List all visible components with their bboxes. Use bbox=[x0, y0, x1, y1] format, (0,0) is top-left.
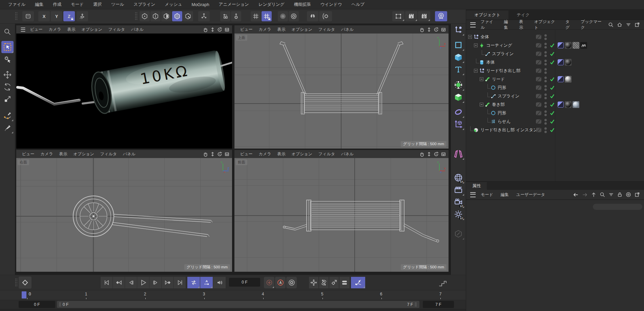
edit-toggle[interactable] bbox=[536, 111, 541, 115]
visibility-dots[interactable] bbox=[544, 119, 547, 121]
phong-tag[interactable] bbox=[558, 76, 564, 82]
viewport-menu-item[interactable]: パネル bbox=[338, 27, 357, 32]
om-menu-item[interactable]: タグ bbox=[562, 19, 577, 30]
tab-attributes[interactable]: 属性 bbox=[466, 182, 487, 190]
enabled-check[interactable] bbox=[549, 43, 555, 48]
toolbar-grip[interactable] bbox=[15, 12, 18, 21]
object-row[interactable]: リード引き出し部 bbox=[466, 66, 644, 75]
right-view[interactable]: 右面 グリッド間隔 : 500 mm Y Z X bbox=[16, 158, 232, 272]
ruler-number[interactable]: 6 bbox=[380, 292, 382, 296]
menubar-item[interactable]: MoGraph bbox=[187, 2, 214, 7]
popout-icon[interactable] bbox=[635, 192, 640, 197]
menubar-item[interactable]: 機能拡張 bbox=[289, 2, 316, 7]
record-button[interactable] bbox=[264, 277, 274, 288]
edit-toggle[interactable] bbox=[536, 77, 541, 81]
null-object-button[interactable] bbox=[452, 24, 464, 36]
timeline-grip[interactable] bbox=[15, 278, 18, 287]
viewport-menu-item[interactable]: ビュー bbox=[237, 27, 256, 32]
object-row[interactable]: 本体 bbox=[466, 58, 644, 66]
plane-button[interactable] bbox=[452, 39, 464, 51]
polygons-mode-button[interactable] bbox=[161, 11, 171, 21]
viewport-menu-item[interactable]: 表示 bbox=[56, 151, 70, 157]
enabled-check[interactable] bbox=[549, 51, 555, 56]
enabled-check[interactable] bbox=[549, 102, 555, 107]
interactive-render-button[interactable] bbox=[435, 11, 447, 21]
toggle-view-icon[interactable] bbox=[441, 152, 446, 156]
visibility-dots[interactable] bbox=[544, 68, 547, 70]
viewport-menu-item[interactable]: パネル bbox=[120, 151, 139, 157]
snap-settings-button[interactable] bbox=[289, 11, 299, 21]
keyframe-diamond-button[interactable] bbox=[19, 276, 32, 289]
edit-toggle[interactable] bbox=[536, 35, 541, 39]
range-right-grip[interactable] bbox=[415, 302, 417, 307]
pan-hand-icon[interactable] bbox=[419, 152, 424, 157]
visibility-dots[interactable] bbox=[544, 76, 547, 79]
menubar-item[interactable]: メッシュ bbox=[160, 2, 187, 7]
viewport-menu-item[interactable]: カメラ bbox=[46, 27, 64, 32]
key-pla-button[interactable] bbox=[351, 277, 365, 288]
goto-end-button[interactable] bbox=[174, 277, 186, 288]
goto-start-button[interactable] bbox=[101, 277, 112, 288]
text-button[interactable] bbox=[452, 63, 464, 75]
material-tag-glass[interactable] bbox=[573, 101, 579, 108]
collapse-toggle[interactable] bbox=[468, 35, 472, 39]
om-menu-item[interactable]: ファイル bbox=[477, 19, 500, 30]
menubar-item[interactable]: モード bbox=[66, 2, 88, 7]
cube-button[interactable] bbox=[452, 51, 464, 63]
visibility-dots[interactable] bbox=[544, 85, 547, 87]
scale-tool-button[interactable] bbox=[1, 93, 14, 105]
top-view[interactable]: 上面 グリッド間隔 : 500 mm Y X Z bbox=[234, 34, 449, 149]
object-row[interactable]: 全体 bbox=[466, 32, 644, 41]
sky-button[interactable]: ST bbox=[452, 172, 464, 184]
collapse-toggle[interactable] bbox=[474, 43, 478, 47]
edit-toggle[interactable] bbox=[536, 68, 541, 73]
autokey-circle-button[interactable]: A bbox=[275, 277, 286, 288]
om-menu-item[interactable]: ブックマーク bbox=[577, 19, 608, 30]
axis-x-button[interactable]: X bbox=[38, 11, 50, 21]
viewport-menu-item[interactable]: フィルタ bbox=[97, 151, 120, 157]
key-position-button[interactable] bbox=[309, 277, 318, 288]
edit-toggle[interactable] bbox=[536, 128, 541, 132]
stage-button[interactable] bbox=[452, 184, 464, 196]
tab-takes[interactable]: テイク bbox=[508, 10, 538, 20]
range-left-grip[interactable] bbox=[59, 302, 61, 307]
menubar-item[interactable]: レンダリング bbox=[254, 2, 289, 7]
pan-hand-icon[interactable] bbox=[203, 152, 208, 157]
mograph-cube-button[interactable] bbox=[452, 91, 464, 103]
workplane-button[interactable] bbox=[77, 11, 88, 21]
orbit-icon[interactable] bbox=[217, 27, 222, 32]
viewport-menu-item[interactable]: 表示 bbox=[64, 27, 78, 32]
next-frame-button[interactable] bbox=[149, 277, 161, 288]
menubar-item[interactable]: スプライン bbox=[129, 2, 160, 7]
key-scale-button[interactable] bbox=[329, 277, 339, 288]
object-row[interactable]: リード bbox=[466, 75, 644, 83]
ruler-number[interactable]: 4 bbox=[262, 292, 264, 296]
object-row[interactable]: らせん bbox=[466, 117, 644, 126]
coord-settings-button[interactable] bbox=[231, 11, 241, 21]
spline-pen-button[interactable] bbox=[1, 109, 14, 121]
record-target-icon[interactable] bbox=[626, 192, 631, 197]
timeline-corner-button[interactable] bbox=[437, 277, 448, 288]
timeline-ruler[interactable]: 01234567 bbox=[0, 290, 466, 300]
axis-tool-button[interactable] bbox=[198, 11, 210, 21]
viewport-menu-item[interactable]: カメラ bbox=[38, 151, 56, 157]
forward-icon[interactable] bbox=[582, 192, 588, 197]
panel-menu-icon[interactable] bbox=[470, 192, 476, 197]
search-tool-button[interactable] bbox=[1, 26, 14, 38]
content-browser-button[interactable] bbox=[22, 11, 34, 21]
prev-key-button[interactable] bbox=[113, 277, 125, 288]
menubar-item[interactable]: 選択 bbox=[88, 2, 106, 7]
viewport-menu-item[interactable]: オプション bbox=[78, 27, 105, 32]
move-tool-button[interactable] bbox=[1, 69, 14, 81]
edit-toggle[interactable] bbox=[536, 43, 541, 47]
live-selection-button[interactable] bbox=[1, 41, 14, 53]
viewport-menu-item[interactable]: フィルタ bbox=[105, 27, 128, 32]
render-settings-button[interactable] bbox=[418, 11, 430, 21]
menubar-item[interactable]: ファイル bbox=[3, 2, 30, 7]
enabled-check[interactable] bbox=[549, 85, 555, 90]
object-row[interactable]: スプライン bbox=[466, 49, 644, 58]
object-row[interactable]: スプライン bbox=[466, 92, 644, 100]
viewport-menu-item[interactable]: ビュー bbox=[19, 151, 38, 157]
axis-z-button[interactable]: Z bbox=[63, 11, 75, 21]
visibility-dots[interactable] bbox=[544, 34, 547, 37]
